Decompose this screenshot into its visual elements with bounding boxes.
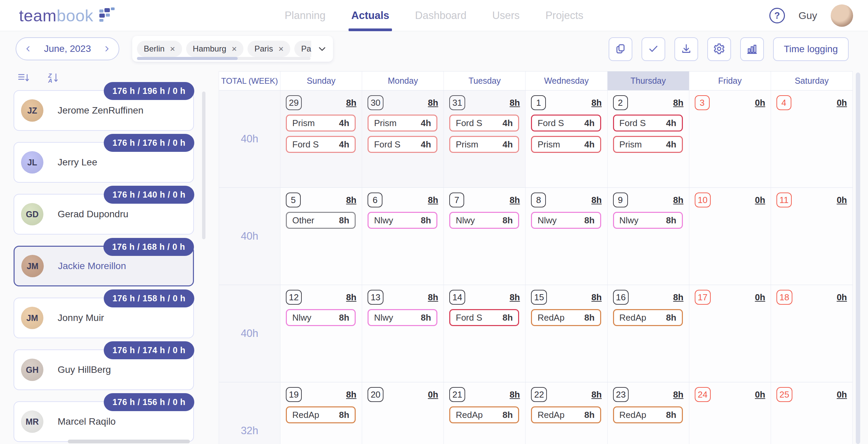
entry-pill-nlwy[interactable]: Nlwy8h bbox=[368, 309, 437, 326]
month-label[interactable]: June, 2023 bbox=[44, 43, 91, 54]
copy-button[interactable] bbox=[609, 37, 632, 61]
day-cell-14[interactable]: 148hFord S8h bbox=[444, 285, 526, 382]
day-total-hours-link[interactable]: 0h bbox=[837, 195, 847, 205]
download-button[interactable] bbox=[674, 37, 698, 61]
day-cell-15[interactable]: 158hRedAp8h bbox=[526, 285, 607, 382]
filter-chip-hamburg[interactable]: Hamburg× bbox=[186, 41, 244, 57]
filter-chip-paris[interactable]: Paris× bbox=[248, 41, 290, 57]
entry-pill-prism[interactable]: Prism4h bbox=[613, 136, 683, 153]
chip-remove-icon[interactable]: × bbox=[170, 44, 175, 53]
help-icon[interactable]: ? bbox=[769, 8, 785, 23]
day-total-hours-link[interactable]: 8h bbox=[591, 195, 601, 205]
sort-list-desc-icon[interactable] bbox=[18, 72, 31, 83]
day-total-hours-link[interactable]: 8h bbox=[346, 195, 356, 205]
day-total-hours-link[interactable]: 8h bbox=[346, 292, 356, 303]
tab-planning[interactable]: Planning bbox=[284, 0, 326, 31]
day-cell-18[interactable]: 180h bbox=[771, 285, 853, 382]
prev-month-button[interactable] bbox=[24, 44, 33, 53]
day-cell-25[interactable]: 250h bbox=[771, 382, 853, 444]
next-month-button[interactable] bbox=[102, 44, 111, 53]
stats-button[interactable] bbox=[740, 37, 764, 61]
entry-pill-redap[interactable]: RedAp8h bbox=[531, 309, 601, 326]
day-cell-23[interactable]: 238hRedAp8h bbox=[608, 382, 689, 444]
day-cell-19[interactable]: 198hRedAp8h bbox=[280, 382, 362, 444]
entry-pill-ford-s[interactable]: Ford S8h bbox=[449, 309, 519, 326]
entry-pill-ford-s[interactable]: Ford S4h bbox=[531, 115, 601, 132]
member-card-marcel-raqilo[interactable]: 176 h / 156 h / 0 hMRMarcel Raqilo bbox=[14, 401, 194, 442]
day-cell-29[interactable]: 298hPrism4hFord S4h bbox=[280, 90, 362, 188]
tab-projects[interactable]: Projects bbox=[546, 0, 584, 31]
entry-pill-redap[interactable]: RedAp8h bbox=[531, 406, 601, 423]
member-card-jerome-zenruffinen[interactable]: 176 h / 196 h / 0 hJZJerome ZenRuffinen bbox=[14, 90, 194, 131]
day-total-hours-link[interactable]: 8h bbox=[673, 98, 683, 108]
day-cell-22[interactable]: 228hRedAp8h bbox=[526, 382, 607, 444]
day-total-hours-link[interactable]: 8h bbox=[346, 98, 356, 108]
day-cell-3[interactable]: 30h bbox=[689, 90, 771, 188]
filter-chip-parttimer-kf[interactable]: PartTimer_KF× bbox=[294, 41, 311, 57]
day-cell-16[interactable]: 168hRedAp8h bbox=[608, 285, 689, 382]
day-cell-13[interactable]: 138hNlwy8h bbox=[362, 285, 444, 382]
day-cell-1[interactable]: 18hFord S4hPrism4h bbox=[526, 90, 607, 188]
day-total-hours-link[interactable]: 8h bbox=[428, 195, 438, 205]
day-total-hours-link[interactable]: 8h bbox=[510, 389, 520, 400]
day-cell-2[interactable]: 28hFord S4hPrism4h bbox=[608, 90, 689, 188]
day-total-hours-link[interactable]: 8h bbox=[428, 292, 438, 303]
day-total-hours-link[interactable]: 8h bbox=[673, 195, 683, 205]
day-total-hours-link[interactable]: 0h bbox=[837, 292, 847, 303]
entry-pill-redap[interactable]: RedAp8h bbox=[286, 406, 356, 423]
entry-pill-redap[interactable]: RedAp8h bbox=[613, 309, 683, 326]
day-total-hours-link[interactable]: 8h bbox=[510, 195, 520, 205]
member-card-jonny-muir[interactable]: 176 h / 158 h / 0 hJMJonny Muir bbox=[14, 298, 194, 338]
tab-actuals[interactable]: Actuals bbox=[351, 0, 389, 31]
entry-pill-nlwy[interactable]: Nlwy8h bbox=[286, 309, 356, 326]
sort-alpha-desc-icon[interactable]: ZA bbox=[48, 72, 59, 83]
tab-users[interactable]: Users bbox=[492, 0, 520, 31]
day-total-hours-link[interactable]: 8h bbox=[510, 292, 520, 303]
day-total-hours-link[interactable]: 8h bbox=[428, 98, 438, 108]
tab-dashboard[interactable]: Dashboard bbox=[415, 0, 467, 31]
day-total-hours-link[interactable]: 0h bbox=[755, 389, 765, 400]
entry-pill-ford-s[interactable]: Ford S4h bbox=[368, 136, 437, 153]
entry-pill-other[interactable]: Other8h bbox=[286, 212, 356, 229]
filter-scrollbar[interactable] bbox=[137, 57, 311, 60]
day-total-hours-link[interactable]: 0h bbox=[755, 292, 765, 303]
chip-remove-icon[interactable]: × bbox=[278, 44, 283, 53]
day-total-hours-link[interactable]: 8h bbox=[346, 389, 356, 400]
day-cell-8[interactable]: 88hNlwy8h bbox=[526, 188, 607, 285]
day-total-hours-link[interactable]: 8h bbox=[673, 389, 683, 400]
entry-pill-nlwy[interactable]: Nlwy8h bbox=[368, 212, 437, 229]
user-avatar[interactable] bbox=[831, 4, 853, 27]
day-total-hours-link[interactable]: 0h bbox=[837, 98, 847, 108]
day-cell-20[interactable]: 200h bbox=[362, 382, 444, 444]
day-cell-21[interactable]: 218hRedAp8h bbox=[444, 382, 526, 444]
day-cell-30[interactable]: 308hPrism4hFord S4h bbox=[362, 90, 444, 188]
day-cell-9[interactable]: 98hNlwy8h bbox=[608, 188, 689, 285]
day-cell-7[interactable]: 78hNlwy8h bbox=[444, 188, 526, 285]
confirm-button[interactable] bbox=[642, 37, 665, 61]
filter-chip-berlin[interactable]: Berlin× bbox=[137, 41, 182, 57]
day-cell-17[interactable]: 170h bbox=[689, 285, 771, 382]
day-total-hours-link[interactable]: 8h bbox=[673, 292, 683, 303]
entry-pill-redap[interactable]: RedAp8h bbox=[449, 406, 519, 423]
entry-pill-ford-s[interactable]: Ford S4h bbox=[613, 115, 683, 132]
member-card-jerry-lee[interactable]: 176 h / 176 h / 0 hJLJerry Lee bbox=[14, 142, 194, 183]
filter-dropdown-chevron-icon[interactable] bbox=[317, 43, 328, 56]
day-cell-6[interactable]: 68hNlwy8h bbox=[362, 188, 444, 285]
day-cell-10[interactable]: 100h bbox=[689, 188, 771, 285]
time-logging-button[interactable]: Time logging bbox=[773, 37, 849, 61]
day-total-hours-link[interactable]: 8h bbox=[591, 389, 601, 400]
entry-pill-nlwy[interactable]: Nlwy8h bbox=[613, 212, 683, 229]
entry-pill-prism[interactable]: Prism4h bbox=[368, 115, 437, 132]
entry-pill-ford-s[interactable]: Ford S4h bbox=[286, 136, 356, 153]
sidebar-vertical-scrollbar[interactable] bbox=[202, 92, 205, 239]
entry-pill-nlwy[interactable]: Nlwy8h bbox=[531, 212, 601, 229]
entry-pill-prism[interactable]: Prism4h bbox=[449, 136, 519, 153]
sidebar-horizontal-scrollbar[interactable] bbox=[68, 440, 190, 443]
filter-box[interactable]: Berlin×Hamburg×Paris×PartTimer_KF× bbox=[132, 36, 333, 62]
day-cell-24[interactable]: 240h bbox=[689, 382, 771, 444]
member-card-gerad-dupondru[interactable]: 176 h / 140 h / 0 hGDGerad Dupondru bbox=[14, 194, 194, 235]
entry-pill-prism[interactable]: Prism4h bbox=[531, 136, 601, 153]
day-total-hours-link[interactable]: 8h bbox=[591, 98, 601, 108]
entry-pill-nlwy[interactable]: Nlwy8h bbox=[449, 212, 519, 229]
day-cell-12[interactable]: 128hNlwy8h bbox=[280, 285, 362, 382]
